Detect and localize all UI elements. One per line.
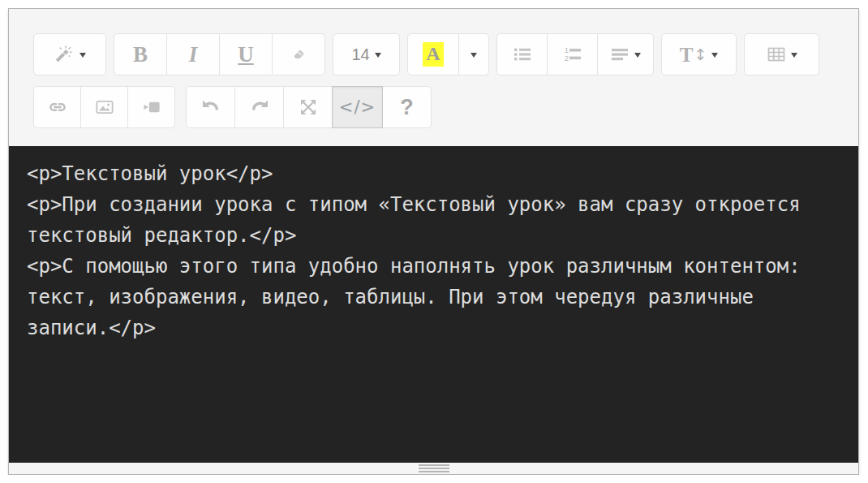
bold-label: B xyxy=(133,44,148,66)
italic-label: I xyxy=(189,44,198,66)
font-style-group: B I U xyxy=(114,33,325,75)
help-button[interactable]: ? xyxy=(382,86,432,128)
paragraph-align-button[interactable] xyxy=(597,33,654,75)
ordered-list-button[interactable]: 1 2 xyxy=(547,33,598,75)
code-editor[interactable]: <p>Текстовый урок</p><p>При создании уро… xyxy=(9,146,858,463)
chevron-down-icon xyxy=(634,53,641,61)
font-size-dropdown-button[interactable]: 14 xyxy=(333,33,400,75)
font-size-value: 14 xyxy=(351,45,369,64)
color-group: A xyxy=(407,33,489,75)
eraser-icon xyxy=(289,45,308,64)
code-icon: </> xyxy=(339,97,376,117)
paragraph-group: 1 2 xyxy=(496,33,654,75)
clear-format-button[interactable] xyxy=(272,33,325,75)
code-line: <p>С помощью этого типа удобно наполнять… xyxy=(27,251,840,282)
ordered-list-icon: 1 2 xyxy=(563,45,582,64)
color-dropdown-button[interactable] xyxy=(458,33,489,75)
editor-toolbar: B I U xyxy=(9,9,858,146)
insert-link-button[interactable] xyxy=(33,86,81,128)
codeview-button[interactable]: </> xyxy=(332,86,383,128)
line-height-group: T ↕ xyxy=(661,33,737,75)
chevron-down-icon xyxy=(791,53,797,61)
video-camera-icon xyxy=(142,97,161,117)
resize-grip-icon[interactable] xyxy=(419,463,449,474)
style-dropdown-button[interactable] xyxy=(33,33,106,75)
ordered-list-digit-2: 2 xyxy=(564,54,568,63)
misc-group: </> ? xyxy=(186,86,432,128)
magic-wand-icon xyxy=(54,45,75,64)
underline-label: U xyxy=(238,44,254,66)
align-lines-icon xyxy=(610,45,630,64)
insert-video-button[interactable] xyxy=(127,86,175,128)
rich-text-editor: B I U xyxy=(8,8,859,475)
code-content: <p>Текстовый урок</p><p>При создании уро… xyxy=(9,146,858,356)
insert-image-button[interactable] xyxy=(80,86,128,128)
unordered-list-button[interactable] xyxy=(496,33,548,75)
code-line: текстовый редактор.</p> xyxy=(27,220,840,251)
chevron-down-icon xyxy=(471,53,477,61)
style-group xyxy=(33,33,106,75)
italic-button[interactable]: I xyxy=(166,33,220,75)
line-height-button[interactable]: T ↕ xyxy=(661,33,737,75)
undo-arrow-icon xyxy=(201,97,221,117)
code-line: <p>Текстовый урок</p> xyxy=(27,158,840,189)
insert-table-button[interactable] xyxy=(744,33,819,75)
bold-button[interactable]: B xyxy=(114,33,167,75)
chevron-down-icon xyxy=(375,53,381,61)
picture-icon xyxy=(95,97,114,117)
up-down-arrow-icon: ↕ xyxy=(694,45,707,63)
question-mark-icon: ? xyxy=(400,95,414,120)
redo-button[interactable] xyxy=(234,86,284,128)
code-line: <p>При создании урока с типом «Текстовый… xyxy=(27,189,840,220)
unordered-list-icon xyxy=(513,45,532,64)
chevron-down-icon xyxy=(79,53,86,61)
font-size-group: 14 xyxy=(333,33,400,75)
toolbar-row-1: B I U xyxy=(33,33,834,75)
redo-arrow-icon xyxy=(250,97,269,117)
toolbar-row-2: </> ? xyxy=(33,86,834,128)
statusbar xyxy=(9,463,858,474)
chevron-down-icon xyxy=(711,53,718,61)
code-line: записи.</p> xyxy=(27,313,840,343)
table-grid-icon xyxy=(767,45,786,64)
underline-button[interactable]: U xyxy=(219,33,273,75)
text-height-icon: T xyxy=(680,45,694,65)
recent-color-button[interactable]: A xyxy=(407,33,459,75)
insert-group xyxy=(33,86,175,128)
highlight-color-label: A xyxy=(423,42,443,66)
fullscreen-button[interactable] xyxy=(283,86,333,128)
table-group xyxy=(744,33,819,75)
undo-button[interactable] xyxy=(186,86,235,128)
expand-arrows-icon xyxy=(299,97,318,117)
code-line: текст, изображения, видео, таблицы. При … xyxy=(27,282,840,313)
chain-link-icon xyxy=(48,97,67,117)
